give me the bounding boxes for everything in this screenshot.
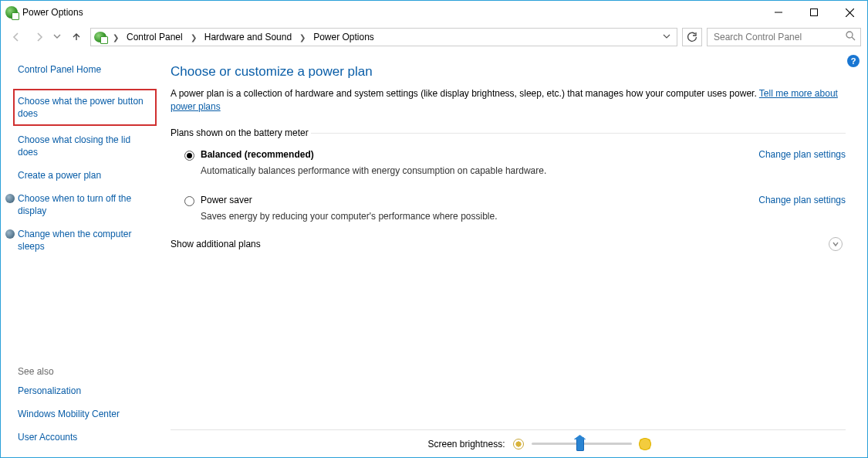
window-title: Power Options [22, 7, 83, 18]
plan-balanced-radio[interactable] [184, 151, 194, 161]
search-input[interactable] [712, 31, 836, 43]
sidebar-link-label: Choose when to turn off the display [18, 192, 152, 217]
svg-line-5 [852, 37, 855, 40]
sun-bright-icon [640, 439, 650, 450]
toolbar: ❯ Control Panel ❯ Hardware and Sound ❯ P… [1, 24, 867, 50]
chevron-right-icon[interactable]: ❯ [110, 33, 122, 42]
plan-power-saver-desc: Saves energy by reducing your computer's… [171, 211, 846, 222]
svg-rect-1 [811, 9, 818, 16]
minimize-button[interactable] [761, 1, 796, 24]
brightness-slider[interactable] [532, 443, 632, 445]
plan-power-saver-name[interactable]: Power saver [201, 195, 252, 205]
titlebar-left: Power Options [5, 6, 83, 19]
sidebar-link-turn-off-display[interactable]: Choose when to turn off the display [5, 192, 157, 217]
close-button[interactable] [832, 1, 867, 24]
plan-balanced: Balanced (recommended) Change plan setti… [171, 146, 846, 176]
sidebar-link-create-plan[interactable]: Create a power plan [18, 169, 157, 182]
chevron-down-icon[interactable] [829, 237, 843, 251]
sidebar: Control Panel Home Choose what the power… [1, 50, 163, 457]
see-also-user-accounts[interactable]: User Accounts [18, 431, 157, 443]
page-heading: Choose or customize a power plan [171, 64, 846, 80]
nav-up-button[interactable] [67, 28, 86, 46]
plan-power-saver: Power saver Change plan settings Saves e… [171, 192, 846, 222]
brightness-label: Screen brightness: [427, 439, 505, 450]
sidebar-link-power-button[interactable]: Choose what the power button does [13, 89, 157, 126]
see-also-heading: See also [18, 366, 157, 377]
search-box[interactable] [707, 28, 861, 46]
plan-balanced-change-link[interactable]: Change plan settings [758, 149, 846, 160]
sleep-icon [5, 229, 15, 239]
address-icon [94, 32, 106, 42]
svg-point-4 [846, 32, 853, 38]
refresh-button[interactable] [682, 28, 702, 46]
plan-balanced-desc: Automatically balances performance with … [171, 165, 846, 176]
breadcrumb-control-panel[interactable]: Control Panel [125, 32, 184, 42]
show-additional-plans-label: Show additional plans [171, 239, 261, 249]
content: Choose or customize a power plan A power… [163, 50, 867, 457]
chevron-right-icon[interactable]: ❯ [187, 33, 200, 42]
plan-power-saver-change-link[interactable]: Change plan settings [758, 195, 846, 205]
address-bar[interactable]: ❯ Control Panel ❯ Hardware and Sound ❯ P… [90, 28, 677, 46]
see-also-personalization[interactable]: Personalization [18, 385, 157, 397]
intro-text: A power plan is a collection of hardware… [171, 88, 759, 99]
titlebar: Power Options [1, 1, 867, 24]
show-additional-plans-row[interactable]: Show additional plans [171, 237, 846, 251]
plan-power-saver-radio[interactable] [184, 196, 194, 206]
maximize-button[interactable] [796, 1, 832, 24]
see-also-mobility-center[interactable]: Windows Mobility Center [18, 408, 157, 420]
control-panel-home-link[interactable]: Control Panel Home [18, 64, 157, 75]
brightness-slider-thumb[interactable] [576, 437, 584, 451]
nav-forward-button[interactable] [30, 28, 49, 46]
search-icon [846, 31, 856, 43]
address-dropdown-button[interactable] [660, 32, 674, 42]
chevron-right-icon[interactable]: ❯ [296, 33, 309, 42]
plan-balanced-name[interactable]: Balanced (recommended) [201, 149, 314, 160]
body: ? Control Panel Home Choose what the pow… [1, 50, 867, 457]
sidebar-link-closing-lid[interactable]: Choose what closing the lid does [18, 134, 157, 158]
sun-dim-icon [513, 439, 524, 450]
plans-group-label: Plans shown on the battery meter [171, 127, 846, 138]
window-controls [761, 1, 867, 24]
page-intro: A power plan is a collection of hardware… [171, 87, 846, 114]
display-off-icon [5, 194, 15, 203]
breadcrumb-hardware-and-sound[interactable]: Hardware and Sound [203, 32, 293, 42]
footer: Screen brightness: [171, 429, 846, 457]
see-also-section: See also Personalization Windows Mobilit… [18, 366, 157, 450]
nav-back-button[interactable] [7, 28, 25, 46]
power-options-icon [5, 6, 18, 19]
power-options-window: Power Options ❯ [0, 0, 868, 458]
breadcrumb-power-options[interactable]: Power Options [312, 32, 376, 42]
sidebar-link-computer-sleeps[interactable]: Change when the computer sleeps [5, 228, 157, 253]
recent-locations-button[interactable] [53, 32, 62, 42]
sidebar-link-label: Change when the computer sleeps [18, 228, 152, 253]
